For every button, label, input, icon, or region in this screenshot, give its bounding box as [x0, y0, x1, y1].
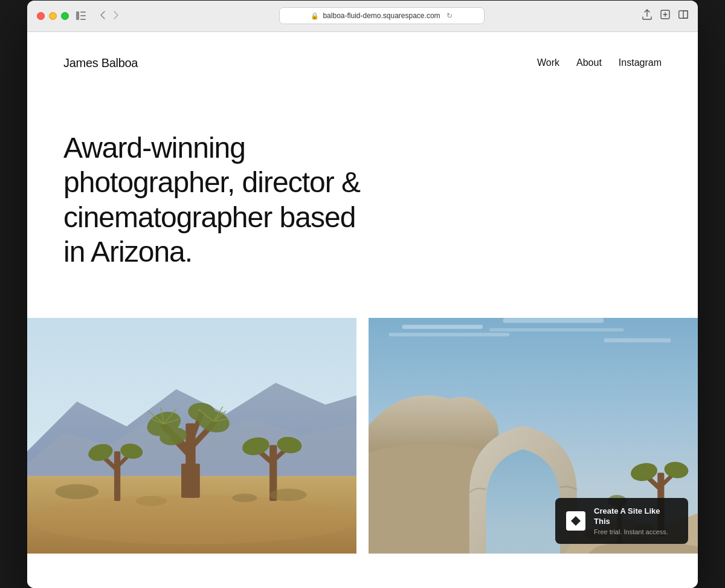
svg-rect-3: [80, 19, 86, 20]
svg-point-43: [136, 496, 167, 506]
site-nav: Work About Instagram: [537, 57, 662, 68]
minimize-button[interactable]: [49, 12, 57, 20]
svg-rect-46: [402, 325, 483, 329]
nav-about-link[interactable]: About: [576, 57, 602, 68]
website-content: James Balboa Work About Instagram Award-…: [27, 32, 698, 588]
site-logo: James Balboa: [63, 56, 138, 70]
photo-rock-arch: Create A Site Like This Free trial. Inst…: [369, 318, 698, 554]
new-tab-button[interactable]: [660, 10, 670, 22]
browser-chrome: 🔒 balboa-fluid-demo.squarespace.com ↻: [27, 1, 698, 32]
svg-rect-2: [80, 15, 86, 16]
nav-work-link[interactable]: Work: [537, 57, 559, 68]
lock-icon: 🔒: [311, 12, 319, 20]
squarespace-icon: [566, 511, 585, 531]
svg-point-42: [269, 488, 307, 501]
svg-point-41: [55, 484, 98, 499]
maximize-button[interactable]: [61, 12, 69, 20]
site-header: James Balboa Work About Instagram: [27, 32, 698, 82]
photo-grid: Create A Site Like This Free trial. Inst…: [27, 318, 698, 554]
photo-joshua-trees: [27, 318, 356, 554]
back-button[interactable]: [98, 10, 108, 22]
forward-button[interactable]: [111, 10, 121, 22]
cta-subtitle: Free trial. Instant access.: [594, 528, 677, 535]
svg-rect-50: [604, 338, 671, 343]
navigation-controls: [98, 10, 121, 22]
hero-heading: Award-winning photographer, director & c…: [63, 131, 378, 270]
address-bar[interactable]: 🔒 balboa-fluid-demo.squarespace.com ↻: [279, 7, 485, 24]
svg-point-11: [27, 495, 356, 544]
sidebar-toggle-button[interactable]: [76, 11, 86, 20]
share-button[interactable]: [642, 9, 652, 22]
browser-actions: [642, 9, 688, 22]
svg-rect-49: [489, 328, 624, 332]
cta-banner[interactable]: Create A Site Like This Free trial. Inst…: [555, 498, 688, 544]
address-bar-container: 🔒 balboa-fluid-demo.squarespace.com ↻: [128, 7, 635, 24]
browser-window: 🔒 balboa-fluid-demo.squarespace.com ↻: [27, 1, 698, 588]
cta-text-container: Create A Site Like This Free trial. Inst…: [594, 506, 677, 535]
cta-title: Create A Site Like This: [594, 506, 677, 527]
split-view-button[interactable]: [678, 10, 688, 21]
reload-icon[interactable]: ↻: [446, 11, 453, 20]
traffic-lights: [37, 12, 69, 20]
nav-instagram-link[interactable]: Instagram: [619, 57, 662, 68]
svg-rect-47: [388, 333, 509, 337]
svg-rect-13: [181, 464, 200, 498]
svg-point-44: [232, 494, 257, 502]
close-button[interactable]: [37, 12, 45, 20]
svg-rect-31: [114, 451, 120, 501]
hero-section: Award-winning photographer, director & c…: [27, 82, 698, 306]
svg-rect-48: [503, 318, 604, 323]
svg-rect-6: [683, 11, 688, 19]
svg-rect-1: [80, 11, 86, 13]
url-text: balboa-fluid-demo.squarespace.com: [323, 11, 440, 20]
svg-rect-0: [76, 11, 79, 20]
